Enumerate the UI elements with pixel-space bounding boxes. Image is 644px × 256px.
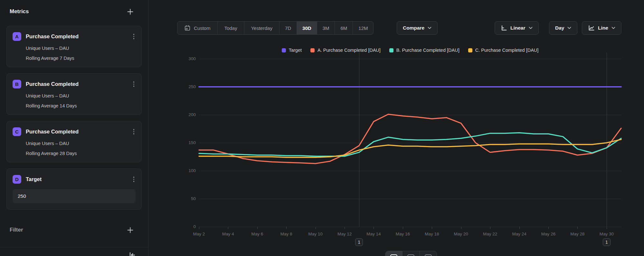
x-axis-label: May 6	[243, 232, 272, 236]
date-range-label: 30D	[302, 25, 311, 31]
metric-rolling-average: Rolling Average 14 Days	[26, 103, 136, 108]
target-card: D Target	[6, 169, 142, 210]
x-axis-tick	[316, 227, 316, 229]
metrics-title: Metrics	[10, 8, 29, 15]
x-axis-label: May 26	[534, 232, 563, 236]
annotation-badge[interactable]: 1	[603, 238, 611, 246]
chevron-down-icon	[567, 27, 571, 29]
series-line-a	[199, 114, 621, 163]
kebab-menu-icon[interactable]	[132, 175, 136, 183]
plus-icon	[127, 8, 134, 15]
x-axis-tick	[519, 227, 520, 229]
interval-button[interactable]: Day	[549, 21, 577, 35]
chevron-down-icon	[428, 27, 431, 29]
filter-header: Filter	[0, 226, 148, 234]
metric-badge-c: C	[13, 127, 21, 136]
x-axis-tick	[345, 227, 345, 229]
sidebar-divider	[0, 247, 148, 247]
rounded-rect-icon	[424, 254, 432, 256]
legend-swatch	[310, 48, 315, 52]
x-axis-label: May 12	[330, 232, 359, 236]
calendar-icon	[184, 25, 191, 31]
chart-plot-area[interactable]: 050100150200250300May 2May 4May 6May 8Ma…	[199, 59, 621, 227]
x-axis-label: May 14	[359, 232, 388, 236]
metric-badge-d: D	[13, 175, 21, 184]
x-axis-tick	[607, 227, 607, 229]
date-range-label: Yesterday	[251, 25, 272, 31]
date-range-label: 12M	[358, 25, 368, 31]
legend-label: A. Purchase Completed [DAU]	[317, 48, 381, 53]
x-axis-label: May 10	[301, 232, 330, 236]
compare-button[interactable]: Compare	[397, 21, 438, 35]
chart-type-button[interactable]: Line	[582, 21, 621, 35]
date-range-yesterday[interactable]: Yesterday	[244, 22, 279, 34]
kebab-menu-icon[interactable]	[132, 32, 136, 41]
legend-item[interactable]: C. Purchase Completed [DAU]	[468, 48, 539, 53]
date-range-label: 6M	[340, 25, 347, 31]
legend-item[interactable]: Target	[282, 48, 302, 53]
chart-size-option-3[interactable]	[420, 251, 437, 256]
x-axis-tick	[577, 227, 578, 229]
legend-swatch	[282, 48, 286, 52]
x-axis-label: May 24	[505, 232, 534, 236]
date-range-6m[interactable]: 6M	[335, 22, 353, 34]
chart-panel: Custom Today Yesterday 7D 30D 3M 6M 12M	[148, 0, 644, 256]
target-value-input[interactable]	[13, 189, 136, 203]
chart-size-option-1[interactable]	[385, 251, 402, 256]
y-axis-label: 50	[176, 196, 196, 202]
date-range-30d[interactable]: 30D	[297, 22, 317, 34]
x-axis-tick	[228, 227, 228, 229]
x-axis-label: May 16	[388, 232, 417, 236]
compare-label: Compare	[403, 25, 424, 31]
axis-icon	[501, 25, 507, 31]
target-title: Target	[26, 176, 132, 182]
x-axis-tick	[199, 227, 199, 229]
date-range-label: 3M	[323, 25, 329, 31]
scale-button[interactable]: Linear	[495, 21, 539, 35]
date-range-today[interactable]: Today	[217, 22, 244, 34]
metric-measurement: Unique Users – DAU	[26, 141, 136, 146]
legend-item[interactable]: B. Purchase Completed [DAU]	[389, 48, 459, 53]
date-range-label: 7D	[285, 25, 291, 31]
legend-item[interactable]: A. Purchase Completed [DAU]	[310, 48, 381, 53]
annotation-badge[interactable]: 1	[355, 238, 363, 246]
y-axis-label: 300	[176, 56, 196, 62]
x-axis-label: May 28	[563, 232, 592, 236]
x-axis-tick	[286, 227, 287, 229]
metric-rolling-average: Rolling Average 7 Days	[26, 56, 136, 61]
x-axis-tick	[548, 227, 549, 229]
legend-swatch	[468, 48, 472, 52]
date-range-12m[interactable]: 12M	[353, 22, 373, 34]
date-range-selector: Custom Today Yesterday 7D 30D 3M 6M 12M	[177, 21, 374, 35]
x-axis-tick	[403, 227, 403, 229]
collapse-sidebar-icon	[129, 251, 136, 256]
x-axis-label: May 20	[447, 232, 476, 236]
y-axis-label: 200	[176, 112, 196, 118]
add-filter-button[interactable]	[126, 226, 134, 234]
add-metric-button[interactable]	[126, 8, 134, 15]
chart-size-option-2[interactable]	[402, 251, 419, 256]
metric-card-a: A Purchase Completed Unique Users – DAU …	[6, 26, 142, 67]
chevron-down-icon	[611, 27, 615, 29]
metric-measurement: Unique Users – DAU	[26, 46, 136, 51]
date-range-label: Custom	[194, 25, 211, 31]
x-axis-label: May 30	[592, 232, 621, 236]
chart-canvas	[199, 59, 621, 227]
kebab-menu-icon[interactable]	[132, 128, 136, 136]
date-range-3m[interactable]: 3M	[317, 22, 335, 34]
x-axis-tick	[461, 227, 461, 229]
x-axis-label: May 22	[476, 232, 505, 236]
kebab-menu-icon[interactable]	[132, 80, 136, 88]
metric-rolling-average: Rolling Average 28 Days	[26, 151, 136, 156]
metric-measurement: Unique Users – DAU	[26, 93, 136, 98]
y-axis-label: 0	[176, 224, 196, 230]
line-chart-icon	[588, 25, 595, 31]
x-axis-tick	[432, 227, 432, 229]
rounded-rect-icon	[407, 254, 415, 256]
collapse-sidebar-button[interactable]	[129, 251, 136, 256]
date-range-7d[interactable]: 7D	[279, 22, 297, 34]
metric-card-b: B Purchase Completed Unique Users – DAU …	[6, 73, 142, 115]
analytics-dashboard: Metrics A Purchase Completed Unique User…	[0, 0, 644, 256]
date-range-custom[interactable]: Custom	[177, 22, 217, 34]
x-axis-tick	[490, 227, 490, 229]
